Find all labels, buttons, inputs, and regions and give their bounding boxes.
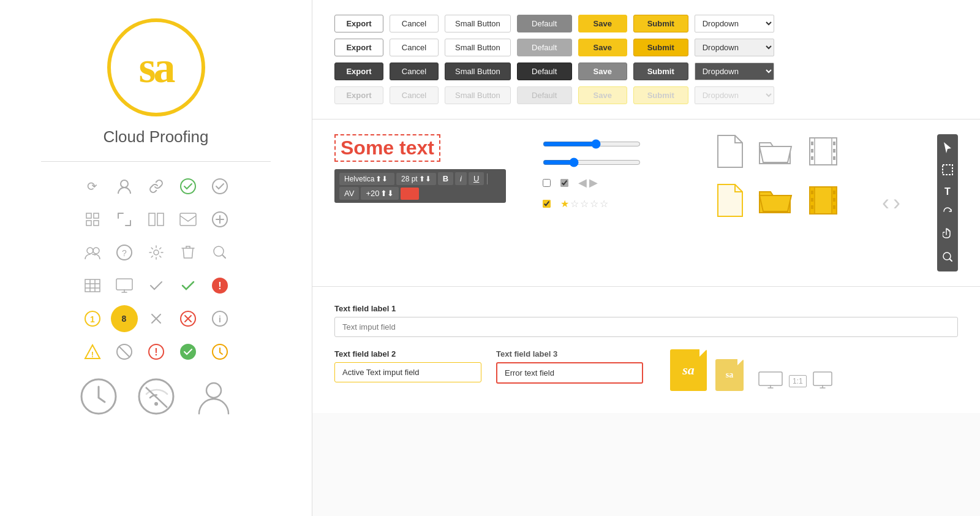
nav-right-arrow[interactable]: ▶ <box>589 176 598 189</box>
save-button-3[interactable]: Save <box>578 63 627 80</box>
info-circle-icon[interactable]: i <box>206 305 233 332</box>
clock-outline-icon[interactable] <box>206 338 233 365</box>
clock-large-icon[interactable] <box>77 375 120 418</box>
error-circle-outline-icon[interactable]: ! <box>143 338 170 365</box>
screen-narrow-icon[interactable] <box>813 371 832 391</box>
user-large-icon[interactable] <box>192 375 235 418</box>
badge-8-icon[interactable]: 8 <box>111 305 138 332</box>
screen-1to1-icon[interactable]: 1:1 <box>789 375 807 387</box>
plus-circle-icon[interactable] <box>206 206 233 233</box>
page-icon[interactable] <box>714 134 744 171</box>
check-circle-green2-icon[interactable] <box>175 338 202 365</box>
star-rating[interactable]: ★ ☆ ☆ ☆ ☆ <box>560 198 608 210</box>
folder-yellow-icon[interactable] <box>758 186 793 218</box>
doc-icon-large[interactable]: sa <box>670 349 707 391</box>
check-circle-green-icon[interactable] <box>175 173 202 200</box>
save-button-2[interactable]: Save <box>578 39 627 56</box>
doc-icon-small[interactable]: sa <box>715 359 744 391</box>
table-icon[interactable] <box>79 272 106 299</box>
export-button-3[interactable]: Export <box>334 63 383 80</box>
email-icon[interactable] <box>175 206 202 233</box>
dropdown-1[interactable]: Dropdown <box>695 15 774 32</box>
film-strip-yellow-icon[interactable] <box>807 186 839 218</box>
question-circle-icon[interactable]: ? <box>111 239 138 266</box>
checkbox-checked-gray[interactable] <box>560 179 568 187</box>
svg-text:!: ! <box>91 350 93 359</box>
export-button-2[interactable]: Export <box>334 39 383 56</box>
hand-tool-button[interactable] <box>940 225 955 246</box>
save-button-1[interactable]: Save <box>578 15 627 32</box>
dropdown-2[interactable]: Dropdown <box>695 39 774 56</box>
export-button-1[interactable]: Export <box>334 15 383 32</box>
svg-rect-48 <box>811 156 813 160</box>
rotate-tool-button[interactable] <box>940 203 956 222</box>
submit-button-1[interactable]: Submit <box>633 15 688 32</box>
dropdown-3[interactable]: Dropdown <box>695 63 774 80</box>
tracking-value-button[interactable]: +20 ⬆⬇ <box>361 187 399 200</box>
color-button[interactable] <box>401 188 419 200</box>
submit-button-2[interactable]: Submit <box>633 39 688 56</box>
default-button-2[interactable]: Default <box>517 39 572 56</box>
nav-left-arrow[interactable]: ◀ <box>578 176 587 189</box>
settings-icon[interactable] <box>143 239 170 266</box>
text-input-2[interactable] <box>334 362 481 382</box>
big-left-arrow[interactable]: ‹ <box>882 190 889 216</box>
small-button-1[interactable]: Small Button <box>445 15 511 32</box>
size-select-button[interactable]: 28 pt ⬆⬇ <box>396 173 436 185</box>
form-group-1: Text field label 1 <box>334 304 958 337</box>
cancel-button-3[interactable]: Cancel <box>390 63 439 80</box>
user-icon[interactable] <box>111 173 138 200</box>
screen-wide-icon[interactable] <box>758 371 783 391</box>
star-1[interactable]: ★ <box>560 198 569 210</box>
x-circle-icon[interactable] <box>175 305 202 332</box>
page-yellow-icon[interactable] <box>714 183 744 220</box>
error-circle-icon[interactable]: ! <box>206 272 233 299</box>
film-strip-icon[interactable] <box>807 137 839 169</box>
resize-icon[interactable] <box>111 206 138 233</box>
checkmark-icon[interactable] <box>143 272 170 299</box>
small-button-3[interactable]: Small Button <box>445 63 511 80</box>
trash-icon[interactable] <box>175 239 202 266</box>
star-3[interactable]: ☆ <box>580 198 589 210</box>
grid-icon[interactable] <box>79 206 106 233</box>
link-icon[interactable] <box>143 173 170 200</box>
slider-1[interactable] <box>543 139 641 149</box>
checkbox-checked[interactable] <box>543 200 551 208</box>
text-tool-button[interactable]: T <box>942 183 953 200</box>
tracking-label-button[interactable]: AV <box>339 187 359 200</box>
cursor-tool-button[interactable] <box>940 138 955 159</box>
star-5[interactable]: ☆ <box>600 198 608 210</box>
slider-2[interactable] <box>543 157 641 167</box>
warning-triangle-icon[interactable]: ! <box>79 338 106 365</box>
star-2[interactable]: ☆ <box>570 198 579 210</box>
spinner-icon[interactable]: ⟳ <box>79 173 106 200</box>
cancel-button-1[interactable]: Cancel <box>390 15 439 32</box>
checkmark-green-icon[interactable] <box>175 272 202 299</box>
checkbox-unchecked[interactable] <box>543 179 551 187</box>
small-button-2[interactable]: Small Button <box>445 39 511 56</box>
big-right-arrow[interactable]: › <box>893 190 900 216</box>
bold-button[interactable]: B <box>438 172 453 185</box>
default-button-3[interactable]: Default <box>517 63 572 80</box>
text-input-1[interactable] <box>334 317 958 337</box>
group-icon[interactable] <box>79 239 106 266</box>
wifi-off-large-icon[interactable] <box>135 375 178 418</box>
font-select-button[interactable]: Helvetica ⬆⬇ <box>339 173 394 185</box>
number-circle-icon[interactable]: 1 <box>79 305 106 332</box>
compare-icon[interactable] <box>143 206 170 233</box>
close-icon[interactable] <box>143 305 170 332</box>
select-tool-button[interactable] <box>940 161 956 181</box>
star-4[interactable]: ☆ <box>590 198 598 210</box>
zoom-tool-button[interactable] <box>940 248 956 268</box>
check-circle-gray-icon[interactable] <box>206 173 233 200</box>
ban-icon[interactable] <box>111 338 138 365</box>
text-input-3[interactable] <box>496 362 643 384</box>
submit-button-3[interactable]: Submit <box>633 63 688 80</box>
monitor-icon[interactable] <box>111 272 138 299</box>
default-button-1[interactable]: Default <box>517 15 572 32</box>
italic-button[interactable]: i <box>455 172 467 185</box>
underline-button[interactable]: U <box>469 172 484 185</box>
folder-open-icon[interactable] <box>758 137 793 169</box>
cancel-button-2[interactable]: Cancel <box>390 39 439 56</box>
search-icon[interactable] <box>206 239 233 266</box>
